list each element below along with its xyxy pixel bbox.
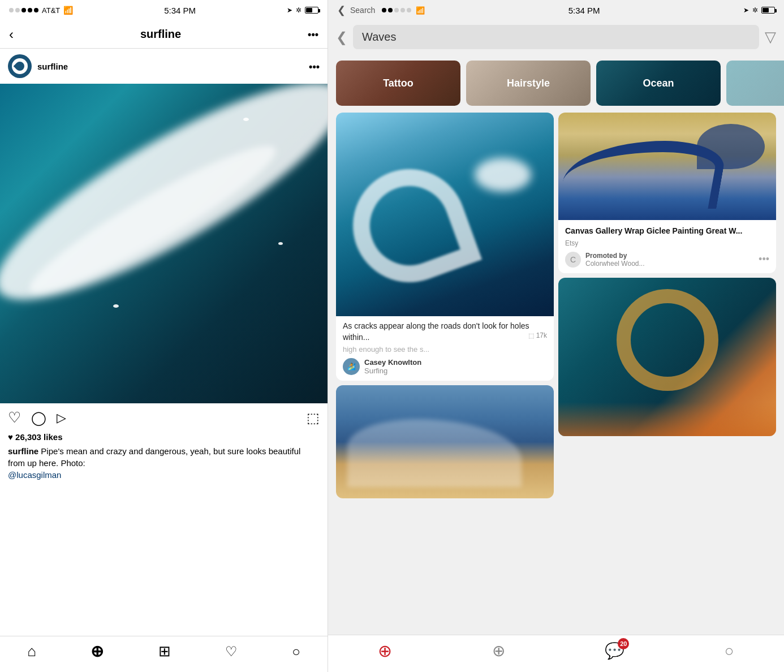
more-button-left[interactable] [308,28,318,41]
caption-text: Pipe's mean and crazy and dangerous, yea… [8,446,300,468]
location-icon-right: ➤ [743,6,749,14]
back-button-left[interactable]: ‹ [9,28,14,41]
signal-dot-2 [15,8,20,12]
tab-profile-button[interactable]: ○ [292,644,300,660]
category-tab-tattoo[interactable]: Tattoo [336,61,460,106]
pinterest-home-tab[interactable]: ⊕ [378,641,392,661]
pin-user-wave[interactable]: 🏄 Casey Knowlton Surfing [336,356,554,381]
promoted-by-label: Promoted by [585,252,645,260]
post-user-info[interactable]: surfline [8,54,68,78]
pin-column-left: As cracks appear along the roads don't l… [336,113,554,627]
wave-photo-image [336,113,554,316]
bluetooth-icon: ✲ [296,6,301,14]
surfer-3 [113,304,119,308]
promoted-avatar: C [565,252,581,268]
avatar-drop-icon [14,60,27,73]
battery-icon-right [761,7,775,14]
post-header: surfline [0,49,328,84]
comment-button[interactable]: ◯ [31,410,46,426]
pin-meta-hokusai: ⬚ 237 Canvas Gallery Wrap Giclee Paintin… [558,220,776,273]
tab-bar-left: ⌂ ⊕ ⊞ ♡ ○ [0,636,328,672]
likes-count: 26,303 likes [15,432,62,442]
promoted-more-button[interactable]: ••• [759,253,769,265]
pin-source-wave: high enough to see the s... [336,345,554,356]
carrier-label: AT&T [42,6,60,15]
status-bar-left: AT&T 📶 5:34 PM ➤ ✲ [0,0,328,20]
signal-strength-right [382,8,411,12]
pinterest-search-tab[interactable]: ⊕ [492,641,505,660]
caption-mention[interactable]: @lucasgilman [8,470,61,480]
surfer-1 [243,118,249,121]
share-button[interactable]: ▷ [57,411,66,425]
caption-username[interactable]: surfline [8,446,38,456]
coastal-foam [347,419,522,487]
wifi-icon-right: 📶 [416,6,425,15]
tab-add-button[interactable]: ⊞ [158,643,171,660]
instagram-panel: AT&T 📶 5:34 PM ➤ ✲ ‹ surfline surfline [0,0,328,672]
signal-dot-r2 [388,8,393,12]
bookmark-mini-icon: ⬚ [528,332,534,339]
post-actions-left: ♡ ◯ ▷ [8,409,66,427]
post-username[interactable]: surfline [37,62,68,71]
pin-user-avatar: 🏄 [343,358,360,375]
battery-fill [306,8,312,12]
pin-card-tunnel[interactable] [558,278,776,436]
save-count-value: 17k [536,331,547,339]
bookmark-button[interactable]: ⬚ [307,410,320,426]
promoted-text: Promoted by Colorwheel Wood... [585,252,645,268]
tab-bar-right: ⊕ ⊕ 💬 20 ○ [328,635,784,672]
status-time-left: 5:34 PM [164,6,196,15]
promoted-by-name: Colorwheel Wood... [585,260,645,268]
filter-button[interactable]: ▽ [765,28,776,46]
signal-dot-4 [28,8,32,12]
tab-home-button[interactable]: ⌂ [27,643,36,660]
category-tab-ocean[interactable]: Ocean [596,61,721,106]
notification-badge: 20 [618,638,629,649]
signal-dot-r5 [407,8,411,12]
pin-card-wave[interactable]: As cracks appear along the roads don't l… [336,113,554,381]
pin-user-name: Casey Knowlton [364,358,421,367]
avatar-inner [12,58,28,74]
wave-spray-decoration [475,158,531,192]
search-input[interactable]: Waves [353,25,759,49]
tab-search-button[interactable]: ⊕ [91,642,104,661]
hokusai-image [558,113,776,220]
signal-dot-r3 [394,8,399,12]
pin-image-tunnel [558,278,776,436]
tunnel-wave-image [558,278,776,436]
pin-card-coastal[interactable] [336,385,554,498]
heart-button[interactable]: ♡ [8,409,21,427]
pin-promoted-area: C Promoted by Colorwheel Wood... ••• [565,252,769,268]
bluetooth-icon-right: ✲ [752,6,758,14]
pinterest-notifications-tab[interactable]: 💬 20 [605,641,624,660]
pin-user-board: Surfing [364,367,421,375]
pin-column-right: ⬚ 237 Canvas Gallery Wrap Giclee Paintin… [558,113,776,627]
tab-likes-button[interactable]: ♡ [225,644,238,660]
category-label-hairstyle: Hairstyle [507,77,550,89]
back-button-right[interactable]: ❮ [336,29,347,45]
status-bar-right: ❮ Search 📶 5:34 PM ➤ ✲ [328,0,784,20]
battery-fill-right [763,8,769,12]
signal-dot-3 [21,8,26,12]
post-more-button[interactable] [309,60,320,73]
wifi-icon: 📶 [63,6,73,15]
post-image [0,84,328,403]
signal-dot-r4 [400,8,405,12]
chevron-left-icon: ❮ [337,4,346,16]
tunnel-bottom-glow [558,402,776,436]
signal-strength [9,8,38,12]
pinterest-profile-tab[interactable]: ○ [725,642,734,660]
save-count-wave: ⬚ 17k [528,331,547,341]
search-back-label[interactable]: Search [350,6,375,15]
location-icon: ➤ [287,6,292,14]
signal-dot-5 [34,8,38,12]
status-right-left-area: ❮ Search 📶 [337,4,425,16]
hokusai-source: Etsy [565,239,769,247]
signal-dot-1 [9,8,14,12]
pin-card-hokusai[interactable]: ⬚ 237 Canvas Gallery Wrap Giclee Paintin… [558,113,776,273]
coastal-wave-image [336,385,554,498]
category-label-ocean: Ocean [643,77,674,89]
pin-image-hokusai [558,113,776,220]
category-tab-hairstyle[interactable]: Hairstyle [466,61,591,106]
category-tab-more[interactable] [726,61,784,106]
